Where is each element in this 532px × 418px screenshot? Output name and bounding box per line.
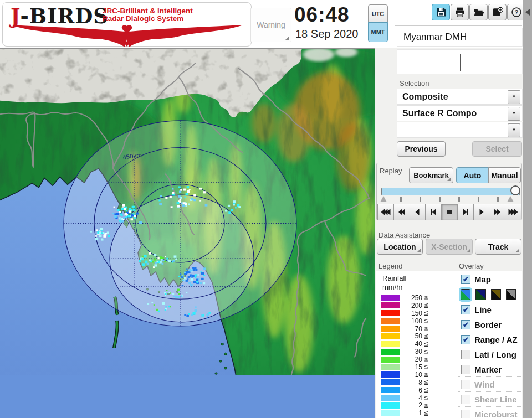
forward-fast-button[interactable] bbox=[489, 204, 505, 220]
overlay-item-marker[interactable]: Marker bbox=[458, 362, 521, 376]
stop-button[interactable] bbox=[441, 204, 458, 220]
help-icon: ? bbox=[511, 7, 522, 18]
mmt-toggle-button[interactable]: MMT bbox=[368, 22, 388, 42]
chevron-down-icon[interactable]: ▼ bbox=[508, 107, 520, 121]
clock-date: 18 Sep 2020 bbox=[295, 28, 373, 40]
legend-row: 1≦ bbox=[376, 409, 453, 417]
product-dropdown-2[interactable]: Surface R Compo ▼ bbox=[397, 105, 523, 121]
step-backward-button[interactable] bbox=[425, 204, 442, 220]
product-dropdown-1[interactable]: Composite ▼ bbox=[397, 89, 523, 105]
toolbar-divider bbox=[395, 25, 522, 26]
legend-value: 30 bbox=[400, 348, 422, 355]
map-style-swatch[interactable] bbox=[491, 289, 501, 300]
chevron-down-icon[interactable]: ▼ bbox=[508, 123, 520, 137]
forward-fastest-button[interactable] bbox=[505, 204, 521, 220]
checkbox[interactable]: ✔ bbox=[461, 335, 470, 344]
legend-lte-symbol: ≦ bbox=[423, 410, 428, 417]
legend-lte-symbol: ≦ bbox=[423, 379, 428, 386]
overlay-item-border[interactable]: ✔Border bbox=[458, 317, 521, 332]
auto-mode-button[interactable]: Auto bbox=[456, 167, 489, 183]
replay-slider-track[interactable] bbox=[381, 188, 520, 195]
eagle-icon bbox=[7, 25, 247, 47]
bookmark-button[interactable]: Bookmark bbox=[409, 167, 453, 183]
legend-lte-symbol: ≦ bbox=[423, 340, 428, 348]
checkbox[interactable] bbox=[461, 410, 470, 418]
logo-wordmark: J-BIRDS bbox=[11, 4, 109, 26]
x-section-button[interactable]: X-Section bbox=[426, 239, 473, 255]
select-button[interactable]: Select bbox=[472, 141, 522, 157]
overlay-item-line[interactable]: ✔Line bbox=[458, 302, 521, 317]
print-icon bbox=[454, 7, 466, 18]
add-image-icon bbox=[492, 7, 503, 18]
print-button[interactable] bbox=[451, 4, 469, 20]
rewind-fastest-button[interactable] bbox=[377, 204, 394, 220]
clock-time: 06:48 bbox=[294, 3, 372, 27]
legend-color-swatch bbox=[381, 341, 400, 347]
radar-map[interactable]: 450km bbox=[0, 48, 375, 418]
forward-fastest-icon bbox=[507, 208, 519, 216]
legend-value: 150 bbox=[400, 309, 422, 317]
legend-lte-symbol: ≦ bbox=[423, 348, 428, 355]
add-image-button[interactable] bbox=[488, 4, 507, 20]
overlay-item-lati-long[interactable]: Lati / Long bbox=[458, 347, 521, 362]
checkbox[interactable] bbox=[461, 395, 470, 404]
play-backward-button[interactable] bbox=[410, 204, 426, 220]
text-cursor bbox=[460, 54, 461, 71]
station-name-field[interactable]: Myanmar DMH bbox=[397, 28, 523, 47]
manual-mode-button[interactable]: Manual bbox=[488, 167, 521, 183]
legend-lte-symbol: ≦ bbox=[423, 302, 428, 309]
legend-color-swatch bbox=[381, 395, 400, 401]
checkbox[interactable] bbox=[461, 350, 470, 359]
replay-slider-thumb[interactable] bbox=[510, 185, 520, 195]
overlay-item-range-az[interactable]: ✔Range / AZ bbox=[458, 332, 521, 347]
text-entry-field[interactable] bbox=[397, 49, 523, 74]
legend-row: 8≦ bbox=[376, 379, 453, 386]
checkbox[interactable]: ✔ bbox=[461, 275, 470, 284]
open-folder-button[interactable] bbox=[469, 4, 488, 20]
legend-color-swatch bbox=[381, 364, 400, 370]
legend-value: 200 bbox=[400, 302, 422, 309]
chevron-down-icon[interactable]: ▼ bbox=[508, 90, 520, 104]
utc-toggle-button[interactable]: UTC bbox=[368, 4, 388, 24]
map-style-swatch[interactable] bbox=[475, 289, 485, 300]
product-dropdown-3[interactable]: ▼ bbox=[397, 122, 523, 138]
playback-controls bbox=[378, 204, 521, 220]
legend-color-swatch bbox=[381, 318, 400, 324]
legend-value: 50 bbox=[400, 332, 422, 340]
jbirds-logo: J-BIRDS JRC-Brilliant & Intelligent Rada… bbox=[2, 2, 252, 47]
overlay-item-wind[interactable]: Wind bbox=[458, 376, 521, 391]
tick-triangle-right bbox=[507, 196, 514, 202]
location-button[interactable]: Location bbox=[377, 239, 423, 255]
legend-row: 100≦ bbox=[376, 317, 453, 325]
overlay-item-label: Range / AZ bbox=[474, 335, 518, 344]
overlay-item-microburst[interactable]: Microburst bbox=[458, 406, 521, 418]
map-style-swatch-selected[interactable] bbox=[461, 289, 470, 300]
legend-lte-symbol: ≦ bbox=[423, 356, 428, 363]
legend-color-swatch bbox=[381, 371, 400, 378]
checkbox[interactable] bbox=[461, 365, 470, 374]
checkbox[interactable]: ✔ bbox=[461, 305, 470, 314]
legend-value: 15 bbox=[400, 363, 422, 371]
step-forward-button[interactable] bbox=[457, 204, 474, 220]
radar-map-canvas: 450km bbox=[0, 49, 375, 418]
track-button[interactable]: Track bbox=[475, 239, 521, 255]
legend-row: 30≦ bbox=[376, 348, 453, 355]
save-button[interactable] bbox=[432, 4, 450, 20]
checkbox[interactable] bbox=[461, 380, 470, 389]
rewind-fastest-icon bbox=[380, 208, 392, 216]
legend-row: 20≦ bbox=[376, 355, 453, 363]
overlay-item-map[interactable]: ✔Map bbox=[458, 272, 521, 287]
warning-button[interactable]: Warning bbox=[250, 8, 291, 42]
legend-value: 20 bbox=[400, 355, 422, 363]
legend-row: 150≦ bbox=[376, 309, 453, 317]
panel-collapse-strip[interactable] bbox=[523, 0, 532, 418]
legend-value: 70 bbox=[400, 325, 422, 333]
map-style-swatch[interactable] bbox=[506, 289, 516, 300]
checkbox[interactable]: ✔ bbox=[461, 320, 470, 329]
overlay-item-shear-line[interactable]: Shear Line bbox=[458, 391, 521, 406]
play-forward-button[interactable] bbox=[473, 204, 490, 220]
previous-button[interactable]: Previous bbox=[397, 141, 446, 157]
rewind-fast-button[interactable] bbox=[393, 204, 410, 220]
legend-lte-symbol: ≦ bbox=[423, 394, 428, 401]
legend-lte-symbol: ≦ bbox=[423, 363, 428, 370]
